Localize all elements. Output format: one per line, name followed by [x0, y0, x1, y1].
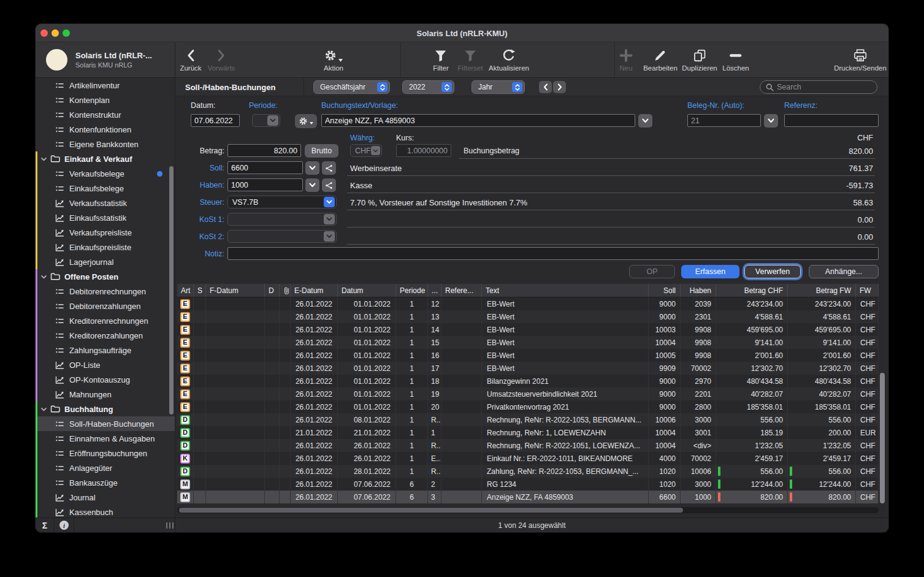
close-button[interactable]	[40, 29, 48, 37]
haben-split-button[interactable]	[322, 178, 336, 192]
notiz-input[interactable]	[227, 247, 879, 260]
column-header[interactable]: Betrag CHF	[716, 284, 788, 297]
column-header[interactable]: ...	[428, 284, 441, 297]
sidebar-item[interactable]: Kreditorenrechnungen	[36, 313, 175, 328]
column-header[interactable]: Art	[177, 284, 194, 297]
minimize-button[interactable]	[52, 29, 59, 37]
back-button[interactable]: Zurück	[180, 46, 201, 72]
range-select[interactable]: Jahr	[472, 80, 525, 94]
periode-select[interactable]	[252, 114, 280, 127]
soll-input[interactable]	[227, 161, 303, 174]
sidebar-item[interactable]: Verkaufspreisliste	[36, 225, 175, 240]
sidebar-group[interactable]: Offene Posten	[36, 269, 175, 284]
company-header[interactable]: Solaris Ltd (nRLR-... Solaris KMU nRLG	[36, 42, 175, 77]
steuer-select[interactable]: VS7.7B	[227, 196, 337, 208]
column-header[interactable]: Text	[482, 284, 649, 297]
edit-button[interactable]: Bearbeiten	[643, 46, 678, 72]
refresh-button[interactable]: Aktualisieren	[489, 46, 529, 72]
sidebar-item[interactable]: Anlagegüter	[36, 460, 175, 475]
buchungstext-dropdown-button[interactable]	[638, 114, 652, 128]
action-button[interactable]: Aktion	[324, 46, 343, 72]
brutto-button[interactable]: Brutto	[305, 144, 338, 158]
disclosure-chevron-icon[interactable]	[41, 274, 47, 280]
sidebar-item[interactable]: Soll-/Haben-Buchungen	[36, 416, 175, 431]
filterset-button[interactable]: Filterset	[458, 46, 483, 72]
haben-input[interactable]	[227, 178, 303, 191]
sidebar-item[interactable]: Debitorenrechnungen	[36, 284, 175, 299]
sidebar-item[interactable]: Mahnungen	[36, 387, 175, 402]
vertical-scrollbar-thumb[interactable]	[880, 373, 885, 503]
table-row[interactable]: D21.01.202221.01.202211Rechnung, ReNr: 1…	[177, 426, 879, 439]
haben-dropdown-button[interactable]	[305, 178, 319, 192]
sidebar-item[interactable]: Bankauszüge	[36, 475, 175, 490]
sidebar-item[interactable]: Kontenfunktionen	[36, 122, 175, 137]
horizontal-scrollbar-thumb[interactable]	[179, 508, 683, 513]
disclosure-chevron-icon[interactable]	[41, 156, 47, 162]
column-header[interactable]: Refere...	[441, 284, 482, 297]
sidebar-item[interactable]: Verkaufsbelege	[36, 166, 175, 181]
info-button[interactable]: i	[55, 518, 74, 532]
anhaenge-button[interactable]: Anhänge...	[809, 265, 879, 278]
year-select[interactable]: 2022	[402, 80, 454, 94]
sidebar-item[interactable]: Zahlungsaufträge	[36, 343, 175, 357]
column-header[interactable]: Haben	[681, 284, 716, 297]
table-row[interactable]: E26.01.202201.01.2022117EB-Wert990970002…	[177, 362, 879, 375]
sum-button[interactable]: Σ	[36, 518, 55, 532]
print-send-button[interactable]: Drucken/Senden	[834, 46, 887, 72]
table-row[interactable]: E26.01.202201.01.2022115EB-Wert100049908…	[177, 336, 879, 349]
kost1-select[interactable]	[227, 213, 337, 226]
column-header[interactable]: Soll	[649, 284, 681, 297]
sidebar-item[interactable]: Lagerjournal	[36, 254, 175, 269]
filter-button[interactable]: Filter	[433, 46, 449, 72]
sidebar-item[interactable]: Kassenbuch	[36, 505, 175, 518]
buchungstext-input[interactable]	[321, 114, 635, 127]
table-row[interactable]: E26.01.202201.01.2022116EB-Wert100059908…	[177, 349, 879, 362]
column-header[interactable]: F-Datum	[206, 284, 265, 297]
soll-split-button[interactable]	[322, 161, 336, 175]
sidebar-item[interactable]: Kontenstruktur	[36, 107, 175, 122]
duplicate-button[interactable]: Duplizieren	[682, 46, 717, 72]
column-header[interactable]: Periode	[396, 284, 428, 297]
forward-button[interactable]: Vorwärts	[208, 46, 235, 72]
kurs-input[interactable]	[396, 144, 451, 157]
table-row[interactable]: K26.01.202226.01.20221E...Einkauf Nr.: E…	[177, 452, 879, 465]
booking-options-button[interactable]	[295, 114, 317, 128]
new-button[interactable]: Neu	[619, 46, 633, 72]
table-row[interactable]: M26.01.202207.06.202263Anzeige NZZ, FA 4…	[177, 491, 879, 503]
sidebar-item[interactable]: Kreditorenzahlungen	[36, 328, 175, 343]
next-period-button[interactable]	[553, 81, 566, 93]
op-button[interactable]: OP	[629, 265, 675, 278]
titlebar[interactable]: Solaris Ltd (nRLR-KMU)	[36, 24, 888, 42]
sidebar-item[interactable]: OP-Kontoauszug	[36, 372, 175, 387]
verwerfen-button[interactable]: Verwerfen	[744, 265, 801, 278]
sidebar-item[interactable]: Einkaufsbelege	[36, 181, 175, 196]
table-row[interactable]: M26.01.202207.06.202262RG 12341020300012…	[177, 478, 879, 491]
search-input[interactable]	[777, 83, 871, 91]
horizontal-scrollbar[interactable]	[177, 507, 879, 513]
erfassen-button[interactable]: Erfassen	[681, 265, 739, 278]
sidebar-item[interactable]: Verkaufsstatistik	[36, 196, 175, 210]
table-row[interactable]: E26.01.202201.01.2022118Bilanzgewinn 202…	[177, 375, 879, 388]
table-row[interactable]: E26.01.202201.01.2022113EB-Wert900023014…	[177, 310, 879, 323]
sidebar-resize-handle[interactable]	[166, 522, 174, 529]
sidebar-item[interactable]: Einnahmen & Ausgaben	[36, 431, 175, 446]
table-row[interactable]: E26.01.202201.01.2022112EB-Wert900020392…	[177, 297, 879, 310]
column-header[interactable]: Betrag FW	[788, 284, 856, 297]
sidebar-item[interactable]: Einkaufspreisliste	[36, 240, 175, 254]
waehrung-select[interactable]: CHF	[350, 144, 382, 157]
column-header[interactable]: Datum	[338, 284, 396, 297]
kost2-select[interactable]	[227, 230, 337, 243]
soll-dropdown-button[interactable]	[305, 161, 319, 175]
column-header[interactable]: FW	[856, 284, 879, 297]
delete-button[interactable]: Löschen	[722, 46, 749, 72]
fiscal-period-select[interactable]: Geschäftsjahr	[313, 80, 390, 94]
prev-period-button[interactable]	[539, 81, 552, 93]
sidebar-scrollbar[interactable]	[169, 166, 174, 415]
table-row[interactable]: D26.01.202226.01.20221R...Rechnung, ReNr…	[177, 439, 879, 452]
table-row[interactable]: D26.01.202208.01.20221R...Rechnung, ReNr…	[177, 413, 879, 426]
sidebar-item[interactable]: Journal	[36, 490, 175, 505]
sidebar-item[interactable]: Eigene Bankkonten	[36, 137, 175, 151]
sidebar-item[interactable]: Debitorenzahlungen	[36, 299, 175, 313]
datum-input[interactable]	[191, 114, 240, 127]
table-row[interactable]: E26.01.202201.01.2022120Privatkontenvort…	[177, 400, 879, 413]
